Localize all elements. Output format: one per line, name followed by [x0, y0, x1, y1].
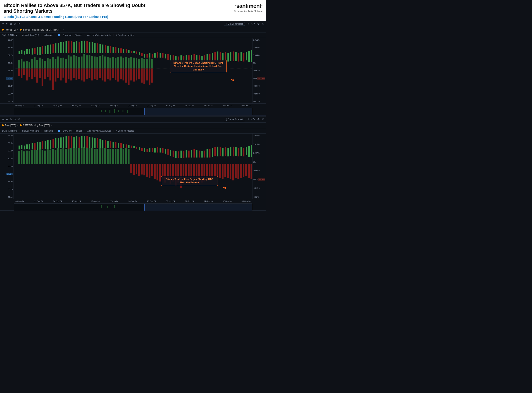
copy-icon[interactable]: ⧉: [10, 22, 12, 25]
svg-rect-10: [42, 59, 44, 69]
settings-icon-2[interactable]: ⚙: [257, 118, 260, 121]
metric-close-bitmex[interactable]: ✕: [51, 124, 53, 126]
metric-tag-price-2: Price (BTC) ✕: [2, 124, 19, 127]
svg-rect-210: [23, 152, 25, 164]
emoji-icon-2[interactable]: ☺: [14, 118, 16, 121]
svg-rect-11: [44, 61, 46, 69]
binance-settings-icon[interactable]: ⋯: [59, 29, 62, 31]
style-selector-2[interactable]: Style: P/N Bars: [2, 130, 17, 132]
undo-icon-2[interactable]: ↩: [6, 118, 8, 121]
svg-rect-139: [107, 46, 109, 53]
svg-rect-317: [68, 136, 70, 149]
svg-rect-237: [94, 149, 96, 164]
code-icon[interactable]: </>: [251, 22, 255, 25]
chart-1-minimap[interactable]: [14, 108, 252, 115]
svg-rect-390: [101, 205, 102, 208]
style-selector-1[interactable]: Style: P/N Bars: [2, 34, 17, 36]
indicators-btn-2[interactable]: Indicators: [44, 130, 53, 132]
show-axis-checkbox-2[interactable]: [58, 130, 60, 132]
metric-close-price-2[interactable]: ✕: [17, 124, 19, 126]
close-icon-1[interactable]: ✕: [262, 22, 264, 25]
svg-rect-143: [118, 48, 119, 53]
combine-metrics-2[interactable]: Combine metrics: [116, 130, 134, 132]
download-icon[interactable]: ⬇: [247, 22, 249, 25]
pencil-icon[interactable]: ✏: [2, 22, 4, 25]
metric-close-binance[interactable]: ✕: [62, 29, 64, 31]
page-subtitle: Bitcoin ($BTC) Binance & Bitmex Funding …: [4, 15, 152, 19]
svg-rect-356: [170, 150, 171, 156]
code-icon-2[interactable]: </>: [251, 118, 255, 121]
download-icon-2[interactable]: ⬇: [247, 118, 249, 121]
svg-rect-134: [94, 43, 96, 53]
svg-rect-161: [165, 54, 166, 59]
svg-rect-35: [107, 57, 109, 69]
svg-rect-313: [58, 138, 59, 148]
close-icon-2[interactable]: ✕: [262, 118, 264, 121]
svg-rect-1: [18, 60, 20, 69]
axis-minmax-2[interactable]: Axis max/min: Auto/Auto: [87, 130, 111, 132]
svg-rect-297: [251, 164, 252, 179]
emoji-icon[interactable]: ☺: [14, 22, 16, 25]
copy-icon-2[interactable]: ⧉: [10, 118, 12, 121]
pencil-icon-2[interactable]: ✏: [2, 118, 4, 121]
svg-rect-110: [32, 49, 33, 54]
svg-rect-392: [114, 205, 115, 208]
svg-rect-185: [227, 53, 229, 62]
price-badge-1: 57.1K: [6, 77, 13, 80]
svg-rect-120: [58, 43, 59, 53]
svg-rect-312: [55, 138, 57, 148]
svg-rect-91: [117, 69, 119, 82]
svg-rect-239: [99, 148, 101, 164]
undo-icon[interactable]: ↩: [6, 22, 8, 25]
svg-rect-92: [120, 69, 122, 79]
y-axis-left-1: 65.5K 63.8K 62.2K 60.5K 58.8K 57.1K 57.1…: [0, 38, 14, 103]
svg-rect-194: [251, 50, 252, 62]
chart-1-metric-tags: Price (BTC) ✕ Binance Funding Rate (USDT…: [0, 27, 266, 33]
show-axis-checkbox-1[interactable]: [58, 34, 60, 36]
pin-axis-1[interactable]: Pin axis: [75, 34, 82, 36]
svg-rect-69: [60, 69, 62, 80]
svg-rect-46: [136, 58, 137, 69]
eye-icon-2[interactable]: 👁: [18, 118, 20, 121]
x-axis-1: 08 Aug 24 11 Aug 24 14 Aug 24 16 Aug 24 …: [0, 103, 266, 108]
chart-2-area: ·santiment· 65.5K 63.8K 62.2K 60.5K 58.8…: [0, 133, 266, 199]
svg-rect-291: [235, 164, 237, 178]
pin-axis-2[interactable]: Pin axis: [75, 130, 82, 132]
svg-rect-125: [71, 41, 72, 53]
create-forecast-button-2[interactable]: ⟠ Create forecast: [224, 118, 245, 121]
create-forecast-button-1[interactable]: ⟠ Create forecast: [224, 22, 245, 26]
interval-selector-1[interactable]: Interval: Auto (8h): [22, 34, 39, 36]
svg-rect-285: [219, 164, 221, 178]
svg-rect-212: [29, 151, 30, 164]
svg-rect-384: [243, 148, 244, 157]
metric-close-price-1[interactable]: ✕: [17, 29, 19, 31]
svg-rect-261: [157, 164, 158, 181]
svg-rect-217: [42, 150, 44, 164]
svg-rect-350: [154, 148, 156, 152]
svg-rect-326: [92, 138, 93, 148]
svg-rect-117: [50, 44, 51, 54]
rate-badge-1: -0.004%: [257, 77, 265, 80]
svg-rect-208: [18, 151, 20, 164]
price-dot-2: [2, 124, 4, 126]
svg-rect-385: [246, 147, 247, 155]
svg-rect-303: [32, 143, 33, 149]
svg-rect-320: [76, 136, 77, 148]
svg-rect-246: [117, 149, 119, 164]
y-axis-right-2: 0.022% 0.015% 0.007% 0% -0.006% -0.01% -…: [252, 133, 266, 199]
svg-rect-363: [188, 151, 190, 157]
svg-rect-375: [220, 147, 221, 156]
combine-metrics-1[interactable]: Combine metrics: [116, 34, 134, 36]
svg-rect-250: [128, 149, 130, 164]
svg-rect-45: [133, 58, 135, 69]
settings-icon[interactable]: ⚙: [257, 22, 260, 25]
chart-2-toolbar: ✏ ↩ ⧉ ☺ 👁 ⟠ Create forecast ⬇ </> ⚙ ✕: [0, 117, 266, 123]
svg-rect-162: [167, 54, 169, 60]
chart-1-annotation: Binance Traders Began Shorting BTC Right…: [170, 60, 227, 73]
indicators-btn-1[interactable]: Indicators: [44, 34, 53, 36]
eye-icon[interactable]: 👁: [18, 22, 20, 25]
axis-minmax-1[interactable]: Axis max/min: Auto/Auto: [87, 34, 111, 36]
svg-rect-34: [104, 57, 106, 69]
interval-selector-2[interactable]: Interval: Auto (8h): [22, 130, 39, 132]
chart-2-minimap[interactable]: [14, 203, 252, 210]
